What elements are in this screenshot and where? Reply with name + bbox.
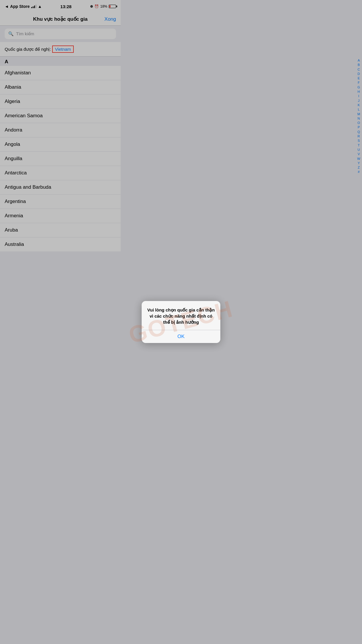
alert-overlay: Vui lòng chọn quốc gia cần thận vì các c… bbox=[0, 0, 121, 251]
